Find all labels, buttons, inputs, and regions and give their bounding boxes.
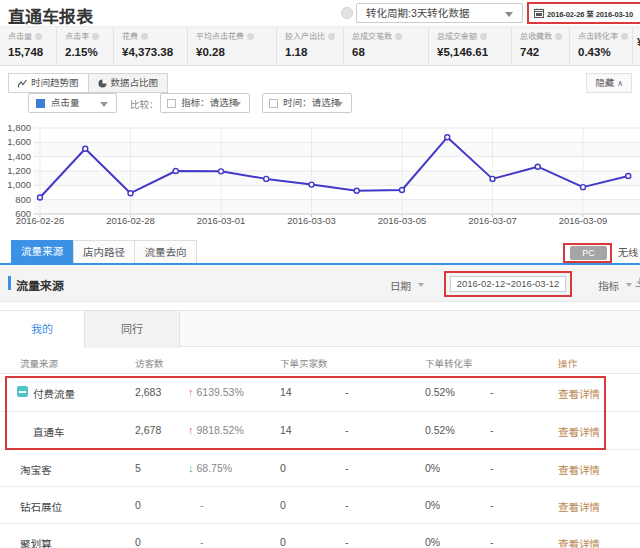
peer-tab-1[interactable]: 我的 xyxy=(0,310,85,348)
metric-value: ¥5,146.61 xyxy=(437,46,511,58)
cell-buyers-change: - xyxy=(345,462,349,474)
section-accent-bar xyxy=(8,276,11,290)
metric-select[interactable]: 点击量 xyxy=(28,93,117,113)
x-axis-label: 2016-03-01 xyxy=(197,215,246,226)
metric-value: 1.18 xyxy=(285,46,343,58)
view-details-link[interactable]: 查看详情 xyxy=(558,386,600,401)
data-point xyxy=(445,135,450,140)
cell-buyers-change: - xyxy=(345,386,349,398)
nav-tab-3[interactable]: 流量去向 xyxy=(135,240,197,263)
view-details-link[interactable]: 查看详情 xyxy=(558,424,600,439)
data-point xyxy=(626,174,631,179)
metric-label: 点击量 xyxy=(8,32,56,42)
metric-value: 15,748 xyxy=(8,46,56,58)
info-icon[interactable] xyxy=(395,33,402,40)
metric-label: 花费 xyxy=(122,32,187,42)
tab-label: 数据占比图 xyxy=(111,74,159,92)
cell-source-name: 直通车 xyxy=(33,424,65,439)
info-icon[interactable] xyxy=(328,33,335,40)
metric-cell: 总成交金额¥5,146.61 xyxy=(429,27,512,65)
checkbox-icon xyxy=(269,99,278,108)
tab-time-trend[interactable]: 时间趋势图 xyxy=(8,73,89,93)
time-select-label: 时间：请选择 xyxy=(283,97,340,108)
metric-cell: ¥ xyxy=(633,27,640,65)
device-toggle-wireless[interactable]: 无线 xyxy=(618,246,638,260)
nav-tab-2[interactable]: 店内路径 xyxy=(73,240,135,263)
indicator-filter-label: 指标 xyxy=(598,280,619,292)
cell-visitors-change: - xyxy=(200,499,204,511)
tab-label: 时间趋势图 xyxy=(31,74,79,92)
chevron-up-icon: ∧ xyxy=(617,79,623,88)
chevron-down-icon xyxy=(418,283,424,287)
compare-indicator-select[interactable]: 指标：请选择 xyxy=(160,93,250,113)
data-point xyxy=(128,191,133,196)
cell-visitors: 5 xyxy=(135,462,141,474)
y-axis-label: 1,800 xyxy=(7,122,31,133)
report-nav-tabs: 流量去向店内路径流量来源 PC 无线 xyxy=(0,240,640,265)
cell-conversion-change: - xyxy=(490,499,494,511)
change-value: 6139.53% xyxy=(197,386,244,398)
trend-line-chart: 6008001,0001,2001,4001,6001,8002016-02-2… xyxy=(0,118,640,236)
chevron-down-icon xyxy=(100,102,108,107)
metric-value: 742 xyxy=(520,46,569,58)
table-row: 聚划算0-0-0%-查看详情 xyxy=(0,524,640,548)
view-details-link[interactable]: 查看详情 xyxy=(558,462,600,477)
report-date-range-picker[interactable]: 2016-02-26 至 2016-03-10 xyxy=(527,2,640,24)
peer-tab-2[interactable]: 同行 xyxy=(85,310,180,348)
metric-label: 总成交金额 xyxy=(437,32,511,42)
info-icon[interactable] xyxy=(247,33,254,40)
calendar-icon xyxy=(534,8,544,18)
column-header: 下单买家数 xyxy=(280,356,328,370)
info-icon[interactable] xyxy=(92,33,99,40)
app: 直通车报表 转化周期:3天转化数据 2016-02-26 至 2016-03-1… xyxy=(0,0,640,548)
chart-band xyxy=(34,171,640,185)
metric-cell: 总收藏数742 xyxy=(512,27,570,65)
tab-data-proportion[interactable]: 数据占比图 xyxy=(89,73,169,93)
data-point xyxy=(400,187,405,192)
cell-visitors-change: - xyxy=(200,536,204,548)
help-icon[interactable] xyxy=(341,7,353,19)
y-axis-label: 1,400 xyxy=(7,151,31,162)
info-icon[interactable] xyxy=(621,33,628,40)
page-header: 直通车报表 转化周期:3天转化数据 2016-02-26 至 2016-03-1… xyxy=(0,0,640,26)
hide-button[interactable]: 隐藏∧ xyxy=(586,73,632,93)
cell-conversion: 0% xyxy=(425,499,440,511)
info-icon[interactable] xyxy=(141,33,148,40)
metric-cell: 点击率2.15% xyxy=(57,27,114,65)
metric-cell: 点击量15,748 xyxy=(0,27,57,65)
info-icon[interactable] xyxy=(35,33,42,40)
date-filter[interactable]: 日期 xyxy=(390,278,411,293)
table-header: 流量来源访客数下单买家数下单转化率操作 xyxy=(0,348,640,374)
view-details-link[interactable]: 查看详情 xyxy=(558,499,600,514)
cell-source-name: 淘宝客 xyxy=(20,462,52,477)
data-point xyxy=(219,169,224,174)
info-icon[interactable] xyxy=(480,33,487,40)
table-row: 直通车2,678↑9818.52%14-0.52%-查看详情 xyxy=(0,412,640,450)
collapse-icon[interactable] xyxy=(17,386,28,397)
data-point xyxy=(173,169,178,174)
legend-swatch xyxy=(36,99,45,108)
metric-value: 2.15% xyxy=(65,46,113,58)
line-chart-icon xyxy=(18,79,27,88)
nav-tab-1[interactable]: 流量来源 xyxy=(11,240,73,263)
view-details-link[interactable]: 查看详情 xyxy=(558,536,600,548)
compare-time-select[interactable]: 时间：请选择 xyxy=(262,93,352,113)
y-axis-label: 1,600 xyxy=(7,136,31,147)
cell-visitors-change: ↓68.75% xyxy=(188,462,232,474)
table-row: 淘宝客5↓68.75%0-0%-查看详情 xyxy=(0,450,640,487)
metric-cell: 投入产出比1.18 xyxy=(277,27,344,65)
data-point xyxy=(264,176,269,181)
indicator-filter[interactable]: 指标 xyxy=(598,278,619,293)
section-date-range[interactable]: 2016-02-12~2016-03-12 xyxy=(450,276,566,292)
conversion-cycle-select[interactable]: 转化周期:3天转化数据 xyxy=(356,3,523,23)
data-point xyxy=(535,164,540,169)
x-axis-label: 2016-03-07 xyxy=(468,215,517,226)
info-icon[interactable] xyxy=(555,33,562,40)
download-icon[interactable] xyxy=(634,277,640,289)
chevron-down-icon xyxy=(233,102,241,107)
cell-visitors: 0 xyxy=(135,536,141,548)
chevron-down-icon xyxy=(626,283,632,287)
x-axis-label: 2016-03-09 xyxy=(559,215,608,226)
device-toggle-pc[interactable]: PC xyxy=(570,246,607,260)
metric-select-label: 点击量 xyxy=(51,97,80,108)
